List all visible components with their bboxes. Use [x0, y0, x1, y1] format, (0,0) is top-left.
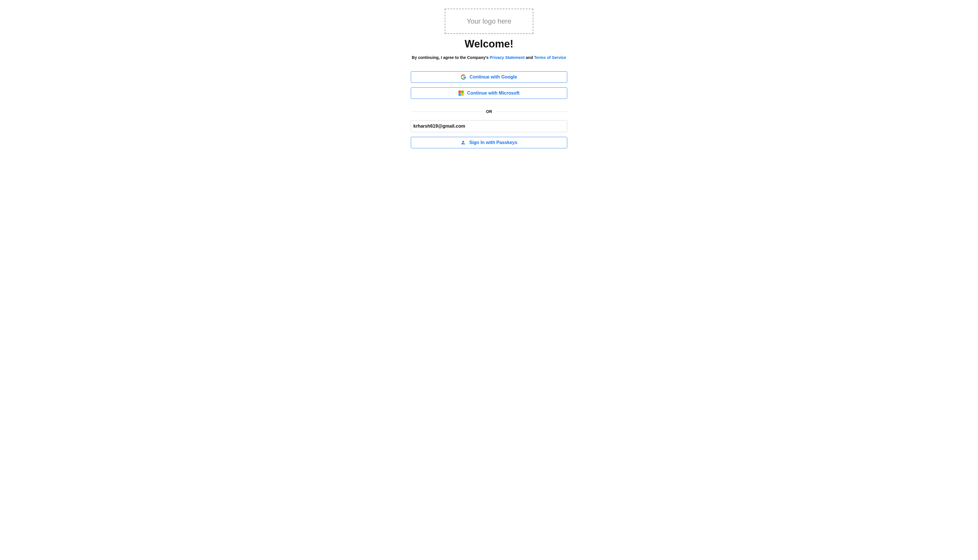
logo-placeholder-text: Your logo here — [467, 17, 511, 25]
page-title: Welcome! — [464, 38, 513, 50]
passkey-icon — [461, 140, 466, 145]
continue-with-microsoft-button[interactable]: Continue with Microsoft — [411, 87, 567, 99]
consent-prefix: By continuing, I agree to the Company's — [412, 55, 490, 60]
continue-with-google-button[interactable]: Continue with Google — [411, 71, 567, 83]
consent-text: By continuing, I agree to the Company's … — [412, 55, 566, 60]
divider-text: OR — [486, 109, 492, 114]
terms-of-service-link[interactable]: Terms of Service — [534, 55, 566, 60]
passkey-button-label: Sign In with Passkeys — [469, 140, 517, 145]
auth-container: Continue with Google Continue with Micro… — [411, 71, 567, 148]
divider-line-right — [496, 112, 567, 112]
email-input[interactable] — [411, 120, 567, 132]
microsoft-button-label: Continue with Microsoft — [467, 90, 519, 96]
google-button-label: Continue with Google — [469, 75, 517, 80]
divider-line-left — [411, 112, 483, 112]
google-icon — [461, 75, 466, 80]
privacy-statement-link[interactable]: Privacy Statement — [490, 55, 525, 60]
sign-in-with-passkeys-button[interactable]: Sign In with Passkeys — [411, 137, 567, 148]
divider: OR — [411, 109, 567, 114]
consent-middle: and — [526, 55, 534, 60]
microsoft-icon — [459, 90, 464, 96]
logo-placeholder: Your logo here — [445, 8, 533, 34]
